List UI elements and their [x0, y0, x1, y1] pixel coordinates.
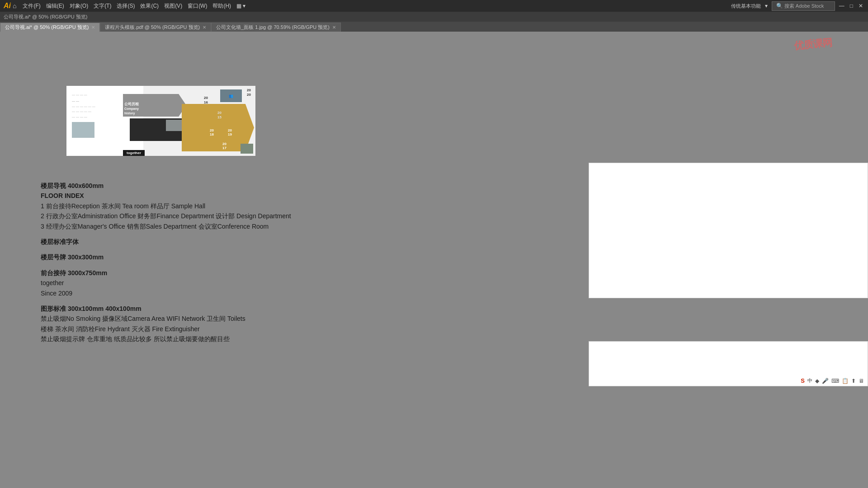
- tray-zh-icon: 中: [807, 377, 812, 384]
- year-2016: 2016: [204, 96, 208, 104]
- menu-grid[interactable]: ▦ ▾: [234, 3, 248, 9]
- window-maximize[interactable]: □: [849, 3, 854, 9]
- floor-font-title: 楼层标准字体: [41, 237, 291, 247]
- graphics-section: 图形标准 300x100mm 400x100mm 禁止吸烟No Smoking …: [41, 304, 291, 344]
- doc-title: 公司导视.ai* @ 50% (RGB/GPU 预览): [4, 14, 87, 20]
- menu-help[interactable]: 帮助(H): [210, 2, 234, 10]
- year-2020: 2020: [247, 88, 251, 97]
- graphics-line1: 禁止吸烟No Smoking 摄像区域Camera Area WIFI Netw…: [41, 314, 291, 324]
- tab-1-close[interactable]: ✕: [91, 25, 95, 30]
- floor-1: 1 前台接待Reception 茶水间 Tea room 样品厅 Sample …: [41, 201, 291, 211]
- year-2019: 2019: [228, 128, 232, 137]
- tray-mic-icon: 🎤: [822, 378, 829, 384]
- tab-2[interactable]: 课程片头模板.pdf @ 50% (RGB/GPU 预览) ✕: [100, 23, 211, 32]
- floor-index-subtitle: FLOOR INDEX: [41, 191, 291, 201]
- tab-2-close[interactable]: ✕: [203, 25, 206, 30]
- menu-right-area: 传统基本功能 ▾ 🔍 搜索 Adobe Stock — □ ✕: [731, 1, 864, 11]
- floor-sign-title: 楼层号牌 300x300mm: [41, 252, 291, 262]
- floor-sign-section: 楼层号牌 300x300mm: [41, 252, 291, 262]
- workspace-dropdown[interactable]: ▾: [764, 3, 769, 9]
- thumb-small-text: — — — — — — — — — — — — — — — — — — — — …: [72, 93, 95, 119]
- year-2018: 2018: [210, 128, 214, 137]
- menu-file[interactable]: 文件(F): [20, 2, 43, 10]
- tab-3-close[interactable]: ✕: [332, 25, 336, 30]
- tray-diamond-icon: ◆: [815, 378, 819, 384]
- menu-effects[interactable]: 效果(C): [137, 2, 161, 10]
- menu-select[interactable]: 选择(S): [114, 2, 137, 10]
- floor-index-section: 楼层导视 400x600mm FLOOR INDEX 1 前台接待Recepti…: [41, 181, 291, 231]
- tray-upload-icon: ⬆: [851, 378, 856, 384]
- thumb-photo-bottom: [241, 144, 253, 154]
- document-thumbnail: — — — — — — — — — — — — — — — — — — — — …: [66, 86, 255, 156]
- tab-3[interactable]: 公司文化墙_面板 1.jpg @ 70.59% (RGB/GPU 预览) ✕: [211, 23, 341, 32]
- home-icon: ⌂: [13, 2, 16, 9]
- menu-window[interactable]: 窗口(W): [185, 2, 210, 10]
- right-panel-2: S 中 ◆ 🎤 ⌨ 📋 ⬆ 🖥: [589, 341, 868, 386]
- thumb-small-photo: [72, 122, 94, 138]
- app-logo: Ai: [4, 2, 11, 10]
- tray-s-icon: S: [801, 377, 805, 384]
- tray-keyboard-icon: ⌨: [831, 378, 839, 384]
- search-box[interactable]: 🔍 搜索 Adobe Stock: [772, 1, 835, 11]
- thumb-mid-photo: [166, 120, 182, 131]
- menu-edit[interactable]: 编辑(E): [43, 2, 67, 10]
- system-tray: S 中 ◆ 🎤 ⌨ 📋 ⬆ 🖥: [801, 377, 864, 384]
- graphics-title: 图形标准 300x100mm 400x100mm: [41, 304, 291, 314]
- menu-text[interactable]: 文字(T): [91, 2, 114, 10]
- workspace-label: 传统基本功能: [731, 3, 761, 9]
- menu-view[interactable]: 视图(V): [161, 2, 185, 10]
- floor-3: 3 经理办公室Manager's Office 销售部Sales Departm…: [41, 221, 291, 231]
- tab-bar: 公司导视.ai* @ 50% (RGB/GPU 预览) ✕ 课程片头模板.pdf…: [0, 22, 868, 32]
- floor-font-section: 楼层标准字体: [41, 237, 291, 247]
- floor-2: 2 行政办公室Administration Office 财务部Finance …: [41, 211, 291, 221]
- tab-2-label: 课程片头模板.pdf @ 50% (RGB/GPU 预览): [105, 24, 200, 31]
- search-placeholder: 搜索 Adobe Stock: [784, 3, 824, 9]
- thumb-photo-top: 👥: [220, 89, 242, 102]
- reception-together: together: [41, 278, 291, 288]
- thumb-together: together: [123, 150, 145, 156]
- year-2015: 2015: [217, 111, 222, 119]
- reception-section: 前台接待 3000x750mm together Since 2009: [41, 268, 291, 298]
- graphics-line3: 禁止吸烟提示牌 仓库重地 纸质品比较多 所以禁止吸烟要做的醒目些: [41, 334, 291, 344]
- search-icon: 🔍: [775, 3, 784, 9]
- reception-since: Since 2009: [41, 288, 291, 298]
- canvas-area: 优质课网 — — — — — — — — — — — — — — — — — —…: [0, 32, 868, 488]
- year-2017: 2017: [222, 142, 226, 150]
- floor-index-title: 楼层导视 400x600mm: [41, 181, 291, 191]
- tab-3-label: 公司文化墙_面板 1.jpg @ 70.59% (RGB/GPU 预览): [216, 24, 330, 31]
- menu-bar: Ai ⌂ 文件(F) 编辑(E) 对象(O) 文字(T) 选择(S) 效果(C)…: [0, 0, 868, 12]
- window-close[interactable]: ✕: [857, 3, 864, 9]
- right-panel-1: [589, 163, 868, 298]
- tab-1-label: 公司导视.ai* @ 50% (RGB/GPU 预览): [5, 24, 89, 31]
- tray-monitor-icon: 🖥: [859, 378, 864, 384]
- menu-object[interactable]: 对象(O): [67, 2, 91, 10]
- tab-1[interactable]: 公司导视.ai* @ 50% (RGB/GPU 预览) ✕: [0, 23, 100, 32]
- tray-clipboard-icon: 📋: [842, 378, 849, 384]
- thumb-company-hist-text: 公司历程 Company history: [124, 102, 139, 116]
- text-content-area: 楼层导视 400x600mm FLOOR INDEX 1 前台接待Recepti…: [41, 181, 291, 349]
- watermark: 优质课网: [793, 34, 833, 52]
- title-bar: 公司导视.ai* @ 50% (RGB/GPU 预览): [0, 12, 868, 22]
- window-minimize[interactable]: —: [838, 3, 846, 9]
- graphics-line2: 楼梯 茶水间 消防栓Fire Hydrant 灭火器 Fire Extingui…: [41, 324, 291, 334]
- reception-title: 前台接待 3000x750mm: [41, 268, 291, 278]
